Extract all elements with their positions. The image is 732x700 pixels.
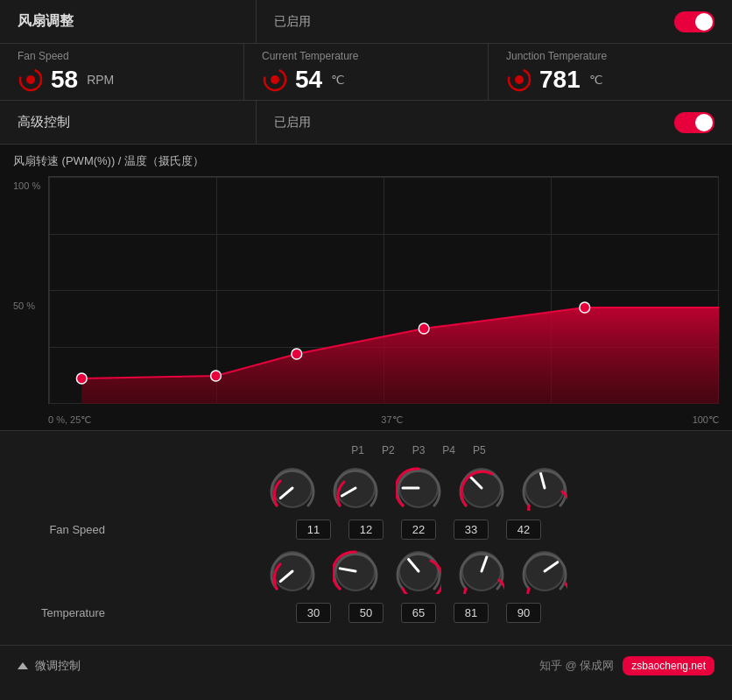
temp-knob-3[interactable] xyxy=(396,548,441,594)
current-temp-dial-icon xyxy=(262,67,288,93)
header-section: 风扇调整 已启用 xyxy=(0,0,732,44)
temp-val-5[interactable]: 90 xyxy=(506,603,541,623)
fan-val-col-2: 12 xyxy=(348,520,384,540)
fan-knob-2[interactable] xyxy=(333,465,378,511)
chart-container: 100 % 50 % xyxy=(13,176,719,430)
fan-val-5[interactable]: 42 xyxy=(506,520,541,540)
junction-temp-dial-icon xyxy=(506,67,532,93)
chart-y-100-label: 100 % xyxy=(13,180,40,191)
point-col-p3-label: P3 xyxy=(412,444,426,456)
temp-knob-5[interactable] xyxy=(522,548,567,594)
header-toggle-knob xyxy=(695,13,713,31)
fan-val-1[interactable]: 11 xyxy=(296,520,331,540)
p3-label: P3 xyxy=(412,444,426,456)
temp-val-3[interactable]: 65 xyxy=(401,603,436,623)
temp-val-col-1: 30 xyxy=(296,603,331,623)
temp-val-col-5: 90 xyxy=(506,603,541,623)
fan-speed-label: Fan Speed xyxy=(18,50,226,62)
current-temp-number: 54 xyxy=(295,66,322,94)
temp-val-1[interactable]: 30 xyxy=(296,603,331,623)
header-enabled-label: 已启用 xyxy=(274,14,311,30)
micro-control-label: 微调控制 xyxy=(35,658,81,674)
footer-watermark: 知乎 @ 保成网 xyxy=(539,658,614,674)
point-col-p1-label: P1 xyxy=(351,444,364,456)
footer-right: 知乎 @ 保成网 zsbaocheng.net xyxy=(539,656,714,675)
fan-speed-unit: RPM xyxy=(87,73,114,87)
footer-section: 微调控制 知乎 @ 保成网 zsbaocheng.net xyxy=(0,645,732,686)
advanced-toggle[interactable] xyxy=(674,112,714,133)
fan-knob-3[interactable] xyxy=(396,465,441,511)
fan-val-col-4: 33 xyxy=(454,520,489,540)
advanced-toggle-knob xyxy=(695,114,713,131)
current-temp-label: Current Temperature xyxy=(262,50,470,62)
chart-x-label-mid: 37℃ xyxy=(381,414,402,426)
fan-val-col-1: 11 xyxy=(296,520,331,540)
temp-knob-4-svg xyxy=(459,548,504,594)
fan-val-col-3: 22 xyxy=(401,520,436,540)
temp-val-4[interactable]: 81 xyxy=(454,603,489,623)
svg-point-5 xyxy=(515,75,524,84)
chart-section: 风扇转速 (PWM(%)) / 温度（摄氏度） 100 % 50 % xyxy=(0,145,732,431)
header-toggle[interactable] xyxy=(674,11,714,32)
fan-knob-1[interactable] xyxy=(270,465,315,511)
svg-point-1 xyxy=(26,75,35,84)
temp-val-col-2: 50 xyxy=(348,603,384,623)
chart-point-p1[interactable] xyxy=(76,373,87,384)
chart-point-p2[interactable] xyxy=(211,371,222,381)
p5-label: P5 xyxy=(473,444,486,456)
fan-val-4[interactable]: 33 xyxy=(454,520,489,540)
temp-knob-1[interactable] xyxy=(270,548,315,594)
temp-knob-col-3 xyxy=(396,548,441,594)
p2-label: P2 xyxy=(382,444,395,456)
current-temp-unit: ℃ xyxy=(331,73,345,87)
fan-speed-dial-icon xyxy=(18,67,44,93)
svg-point-3 xyxy=(271,75,279,84)
fan-knob-5[interactable] xyxy=(522,465,567,511)
temp-val-2[interactable]: 50 xyxy=(348,603,384,623)
fan-speed-ctrl-label: Fan Speed xyxy=(18,523,123,536)
temp-knob-col-4 xyxy=(459,548,504,594)
chart-title: 风扇转速 (PWM(%)) / 温度（摄氏度） xyxy=(13,153,719,169)
junction-temp-number: 781 xyxy=(539,66,581,94)
junction-temp-unit: ℃ xyxy=(589,73,603,87)
temp-ctrl-label: Temperature xyxy=(18,606,123,619)
chart-point-p3[interactable] xyxy=(292,349,302,359)
chart-point-p5[interactable] xyxy=(580,302,590,313)
fan-val-2[interactable]: 12 xyxy=(348,520,384,540)
chart-x-labels: 0 %, 25℃ 37℃ 100℃ xyxy=(48,414,719,426)
temp-knob-2-svg xyxy=(333,548,378,594)
fan-val-3[interactable]: 22 xyxy=(401,520,436,540)
fan-speed-block: Fan Speed 58 RPM xyxy=(0,44,244,100)
temp-knob-col-1 xyxy=(270,548,315,594)
fan-knob-1-svg xyxy=(270,465,315,511)
point-col-p4-label: P4 xyxy=(442,444,455,456)
advanced-section: 高级控制 已启用 xyxy=(0,101,732,145)
temp-knobs xyxy=(123,548,714,594)
fan-speed-values: 11 12 22 33 42 xyxy=(123,520,714,540)
fan-knob-4-svg xyxy=(459,465,504,511)
fan-speed-number: 58 xyxy=(51,66,78,94)
p4-label: P4 xyxy=(442,444,455,456)
fan-knob-col-2 xyxy=(333,465,378,511)
temp-knob-1-svg xyxy=(270,548,315,594)
temp-knob-4[interactable] xyxy=(459,548,504,594)
header-title: 风扇调整 xyxy=(0,12,256,31)
control-section: P1 P2 P3 P4 P5 xyxy=(0,431,732,645)
chart-point-p4[interactable] xyxy=(419,323,429,334)
temp-knob-2[interactable] xyxy=(333,548,378,594)
fan-speed-knob-row xyxy=(18,465,714,511)
temp-val-col-4: 81 xyxy=(454,603,489,623)
footer-badge: zsbaocheng.net xyxy=(623,656,714,675)
temp-knob-col-2 xyxy=(333,548,378,594)
fan-knob-4[interactable] xyxy=(459,465,504,511)
temp-val-col-3: 65 xyxy=(401,603,436,623)
advanced-right: 已启用 xyxy=(256,101,732,144)
fan-knob-col-3 xyxy=(396,465,441,511)
fan-knob-col-4 xyxy=(459,465,504,511)
temp-value-row-ctrl: Temperature 30 50 65 81 90 xyxy=(18,603,714,623)
chevron-up-icon xyxy=(18,662,28,669)
micro-control-btn[interactable]: 微调控制 xyxy=(18,658,81,674)
control-header-row: P1 P2 P3 P4 P5 xyxy=(18,444,714,456)
stats-row: Fan Speed 58 RPM Current Temperature 54 … xyxy=(0,44,732,101)
p1-label: P1 xyxy=(351,444,364,456)
